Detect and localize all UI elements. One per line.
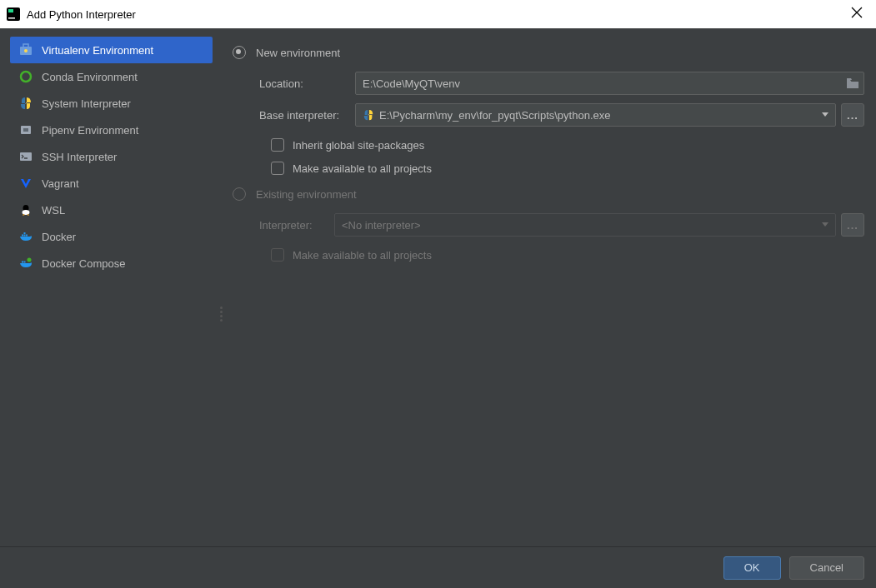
sidebar-item-pipenv[interactable]: Pipenv Environment (10, 117, 219, 143)
browse-interpreter-button: ... (841, 213, 864, 237)
location-input[interactable] (355, 72, 864, 95)
existing-available-checkbox (271, 248, 284, 262)
terminal-icon (18, 149, 33, 164)
existing-env-radio[interactable] (233, 187, 246, 201)
python-icon (18, 96, 33, 111)
sidebar-label: Docker (42, 231, 76, 243)
base-interpreter-dropdown[interactable]: E:\Pycharm\my_env\for_pyqt\Scripts\pytho… (355, 103, 836, 127)
main-panel: New environment Location: Base interpret… (219, 28, 876, 546)
sidebar-label: Docker Compose (42, 257, 125, 270)
existing-available-row: Make available to all projects (271, 245, 864, 265)
window-title: Add Python Interpreter (27, 8, 136, 21)
sidebar-label: WSL (42, 204, 65, 217)
sidebar-item-vagrant[interactable]: Vagrant (10, 170, 219, 197)
docker-compose-icon (18, 256, 33, 271)
sidebar-item-docker-compose[interactable]: Docker Compose (10, 250, 219, 277)
sidebar-item-conda[interactable]: Conda Environment (10, 63, 219, 90)
available-all-label: Make available to all projects (293, 162, 432, 175)
svg-rect-7 (23, 128, 28, 132)
interpreter-dropdown: <No interpreter> (334, 213, 836, 237)
conda-icon (18, 69, 33, 84)
svg-point-4 (24, 49, 28, 52)
existing-available-label: Make available to all projects (293, 249, 432, 262)
new-env-radio-row: New environment (233, 42, 864, 63)
base-interpreter-row: Base interpreter: E:\Pycharm\my_env\for_… (259, 103, 864, 127)
svg-rect-16 (24, 262, 26, 263)
close-button[interactable] (851, 7, 864, 20)
interpreter-value: <No interpreter> (342, 219, 421, 232)
svg-rect-1 (8, 9, 13, 12)
sidebar-label: SSH Interpreter (42, 151, 117, 163)
location-row: Location: (259, 72, 864, 95)
sidebar-label: Virtualenv Environment (42, 44, 153, 57)
available-all-checkbox[interactable] (271, 162, 284, 175)
vagrant-icon (18, 176, 33, 191)
svg-point-10 (23, 210, 30, 215)
browse-base-button[interactable]: ... (841, 103, 864, 127)
browse-location-icon[interactable] (844, 75, 861, 92)
svg-rect-13 (26, 235, 28, 237)
sidebar-item-system[interactable]: System Interpreter (10, 90, 219, 117)
sidebar-label: System Interpreter (42, 97, 131, 110)
location-label: Location: (259, 77, 355, 90)
sidebar-item-docker[interactable]: Docker (10, 223, 219, 250)
pipenv-icon (18, 122, 33, 137)
svg-rect-12 (24, 235, 26, 237)
linux-icon (18, 202, 33, 217)
sidebar-label: Pipenv Environment (42, 124, 138, 137)
inherit-packages-label: Inherit global site-packages (293, 139, 424, 152)
sidebar-label: Conda Environment (42, 71, 138, 83)
dialog-footer: OK Cancel (0, 546, 876, 588)
content-area: Virtualenv Environment Conda Environment… (0, 28, 876, 546)
inherit-packages-row: Inherit global site-packages (271, 135, 864, 155)
dialog-window: Add Python Interpreter Virtualenv Enviro… (0, 0, 876, 588)
sidebar-label: Vagrant (42, 177, 79, 190)
sidebar-item-wsl[interactable]: WSL (10, 197, 219, 223)
svg-rect-8 (20, 152, 32, 161)
docker-icon (18, 229, 33, 244)
sidebar-item-ssh[interactable]: SSH Interpreter (10, 143, 219, 170)
svg-point-5 (21, 72, 31, 82)
interpreter-row: Interpreter: <No interpreter> ... (259, 213, 864, 237)
ok-button[interactable]: OK (723, 556, 781, 580)
titlebar: Add Python Interpreter (0, 0, 876, 28)
available-all-row: Make available to all projects (271, 158, 864, 178)
new-env-radio[interactable] (233, 46, 246, 59)
svg-rect-14 (24, 232, 26, 234)
sidebar: Virtualenv Environment Conda Environment… (0, 28, 219, 546)
svg-rect-15 (22, 262, 23, 263)
chevron-down-icon (822, 112, 828, 117)
base-interpreter-value: E:\Pycharm\my_env\for_pyqt\Scripts\pytho… (379, 109, 610, 122)
svg-point-17 (28, 258, 32, 262)
new-env-radio-label: New environment (256, 47, 340, 59)
existing-env-radio-row: Existing environment (233, 183, 864, 205)
svg-rect-2 (8, 17, 15, 19)
python-icon (363, 109, 374, 121)
virtualenv-icon (18, 42, 33, 57)
inherit-packages-checkbox[interactable] (271, 138, 284, 152)
interpreter-label: Interpreter: (259, 219, 334, 232)
pycharm-icon (7, 7, 20, 21)
chevron-down-icon (822, 222, 828, 227)
base-interpreter-label: Base interpreter: (259, 109, 355, 122)
cancel-button[interactable]: Cancel (789, 556, 864, 580)
existing-env-radio-label: Existing environment (256, 188, 357, 201)
svg-rect-11 (22, 235, 23, 237)
sidebar-item-virtualenv[interactable]: Virtualenv Environment (10, 37, 213, 63)
